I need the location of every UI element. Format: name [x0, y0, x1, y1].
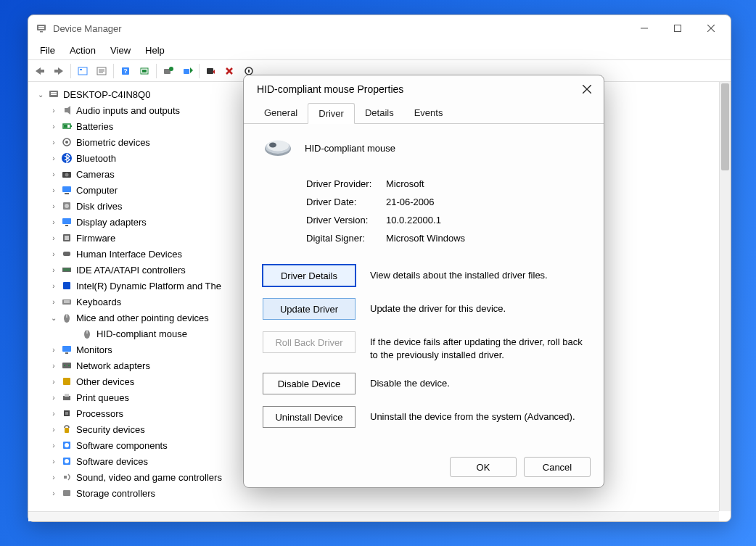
uninstall-icon[interactable] [178, 62, 196, 80]
update-driver-button[interactable]: Update Driver [263, 298, 356, 320]
chevron-icon[interactable]: › [49, 170, 59, 178]
svg-rect-51 [63, 252, 70, 256]
network-icon [60, 359, 73, 372]
show-hidden-icon[interactable] [74, 62, 91, 80]
chevron-icon[interactable]: › [49, 346, 59, 354]
nav-back-icon[interactable] [31, 62, 49, 80]
maximize-button[interactable] [661, 17, 694, 39]
chevron-icon[interactable]: › [49, 154, 59, 162]
dialog-close-button[interactable] [576, 78, 598, 100]
roll-back-driver-button: Roll Back Driver [263, 331, 356, 353]
tab-driver[interactable]: Driver [308, 103, 355, 124]
chevron-icon[interactable]: › [49, 426, 59, 434]
disable-icon[interactable] [202, 62, 220, 80]
menu-view[interactable]: View [103, 44, 138, 57]
battery-icon [60, 120, 73, 133]
chevron-down-icon[interactable]: ⌄ [36, 91, 46, 99]
svg-rect-36 [70, 125, 72, 127]
svg-rect-33 [65, 108, 67, 112]
biometric-icon [60, 136, 73, 149]
mouse-icon [263, 137, 293, 159]
chevron-icon[interactable]: › [49, 123, 59, 131]
properties-icon[interactable] [93, 62, 110, 80]
menu-help[interactable]: Help [138, 44, 172, 57]
chevron-icon[interactable]: › [49, 186, 59, 194]
chevron-icon[interactable]: › [49, 218, 59, 226]
separator [70, 64, 71, 78]
chevron-icon[interactable]: › [49, 266, 59, 274]
tree-item-label: Sound, video and game controllers [76, 472, 222, 483]
chevron-icon[interactable]: › [49, 442, 59, 450]
monitor-icon [60, 343, 73, 356]
driver-provider-value: Microsoft [386, 178, 424, 189]
horizontal-scrollbar[interactable] [28, 511, 719, 521]
tree-item-label: Monitors [76, 344, 112, 355]
svg-point-21 [169, 67, 173, 71]
chevron-icon[interactable]: › [49, 202, 59, 210]
svg-point-66 [64, 365, 65, 366]
tab-general[interactable]: General [254, 103, 308, 124]
chevron-icon[interactable]: › [49, 473, 59, 481]
chevron-icon[interactable]: › [49, 458, 59, 466]
cancel-button[interactable]: Cancel [524, 457, 591, 477]
ok-button[interactable]: OK [450, 457, 517, 477]
display-icon [60, 215, 73, 228]
svg-marker-23 [190, 67, 193, 73]
uninstall-device-desc: Uninstall the device from the system (Ad… [370, 406, 585, 423]
close-button[interactable] [694, 17, 728, 39]
svg-text:?: ? [123, 67, 128, 75]
menu-file[interactable]: File [33, 44, 62, 57]
chevron-icon[interactable]: › [49, 298, 59, 306]
digital-signer-value: Microsoft Windows [386, 233, 465, 244]
intel-icon [60, 279, 73, 292]
driver-date-label: Driver Date: [306, 197, 386, 207]
other-icon [60, 375, 73, 388]
software-icon [60, 439, 73, 452]
update-driver-desc: Update the driver for this device. [370, 298, 585, 315]
svg-point-39 [65, 141, 68, 144]
chevron-icon[interactable]: › [49, 394, 59, 402]
help-icon[interactable]: ? [117, 62, 134, 80]
svg-rect-50 [65, 236, 69, 240]
update-driver-icon[interactable] [160, 62, 177, 80]
chevron-icon[interactable]: › [49, 250, 59, 258]
nav-forward-icon[interactable] [50, 62, 67, 80]
disable-device-button[interactable]: Disable Device [263, 373, 356, 394]
chevron-icon[interactable]: › [49, 282, 59, 290]
svg-point-75 [65, 443, 69, 447]
minimize-button[interactable] [628, 17, 661, 39]
computer-icon [60, 183, 73, 197]
tree-item-label: Display adapters [76, 217, 147, 228]
chevron-icon[interactable]: › [49, 107, 59, 115]
tree-item-label: IDE ATA/ATAPI controllers [76, 265, 186, 276]
scan-hardware-icon[interactable] [136, 62, 153, 80]
mouse-icon [60, 311, 73, 324]
uninstall-device-button[interactable]: Uninstall Device [263, 406, 356, 428]
tab-events[interactable]: Events [404, 103, 453, 124]
driver-details-button[interactable]: Driver Details [263, 265, 356, 286]
svg-rect-11 [80, 69, 82, 70]
chevron-icon[interactable]: › [49, 410, 59, 418]
remove-icon[interactable] [221, 62, 239, 80]
firmware-icon [60, 231, 73, 244]
svg-point-67 [68, 365, 70, 366]
menu-action[interactable]: Action [62, 44, 103, 57]
tree-item-label: Disk drives [76, 201, 123, 212]
chevron-icon[interactable]: › [49, 234, 59, 242]
separator [199, 64, 200, 78]
chevron-icon[interactable]: ⌄ [49, 314, 59, 322]
svg-point-77 [65, 459, 69, 463]
svg-rect-65 [62, 363, 71, 368]
svg-rect-55 [63, 282, 70, 289]
chevron-icon[interactable]: › [49, 138, 59, 146]
tree-item-label: Audio inputs and outputs [76, 105, 180, 116]
chevron-icon[interactable]: › [49, 489, 59, 497]
svg-rect-31 [51, 92, 57, 94]
svg-rect-47 [62, 218, 71, 224]
security-icon [60, 423, 73, 436]
tab-details[interactable]: Details [355, 103, 404, 124]
svg-rect-29 [248, 70, 250, 73]
chevron-icon[interactable]: › [49, 378, 59, 386]
vertical-scrollbar[interactable] [719, 82, 731, 511]
chevron-icon[interactable]: › [49, 362, 59, 370]
